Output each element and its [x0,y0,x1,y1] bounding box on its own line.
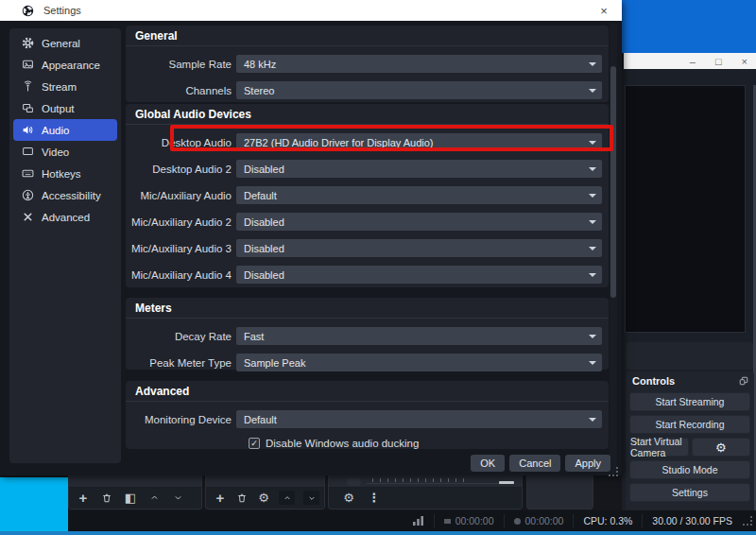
ok-button[interactable]: OK [471,455,505,472]
sidebar-item-output[interactable]: Output [13,97,117,119]
start-recording-button[interactable]: Start Recording [629,415,750,434]
volume-slider-track[interactable] [367,483,513,484]
maximize-icon[interactable]: □ [715,56,722,67]
checkbox-label: Disable Windows audio ducking [266,438,419,449]
sidebar-item-appearance[interactable]: Appearance [13,54,117,76]
stream-timer-icon [444,519,451,524]
settings-titlebar: Settings × [0,0,622,21]
sidebar-item-general[interactable]: General [13,32,117,54]
section-general: General Sample Rate 48 kHz Channels Ster… [126,26,609,102]
add-source-icon[interactable]: + [77,492,90,505]
cancel-button[interactable]: Cancel [509,455,560,472]
chevron-down-icon [589,194,596,198]
chevron-down-icon [589,167,596,171]
scene-transitions-dock [626,342,754,370]
sample-rate-select[interactable]: 48 kHz [236,55,602,73]
taskbar-strip [0,531,756,535]
close-icon[interactable]: × [742,56,747,67]
antenna-icon [22,80,34,93]
crossed-tools-icon [22,211,34,223]
remove-scene-trash-icon[interactable] [235,492,249,505]
controls-dock: Controls Start Streaming Start Recording… [626,371,754,510]
connection-signal-icon [404,514,434,527]
image-icon [22,59,34,71]
preview-canvas [625,85,746,333]
controls-dock-title: Controls [632,375,675,387]
scene-up-chevron-icon[interactable] [279,491,295,505]
scenes-dock: + ⚙ [205,475,325,509]
record-timer-icon [514,518,521,525]
settings-scrollbar [610,23,617,474]
virtual-camera-config-gear-icon[interactable]: ⚙ [692,438,751,457]
start-virtual-camera-button[interactable]: Start Virtual Camera [629,438,689,457]
chevron-down-icon [589,247,596,250]
settings-window-title: Settings [43,5,81,16]
chevron-down-icon [589,361,596,365]
monitor-icon [22,146,34,158]
scrollbar-thumb[interactable] [610,66,616,298]
minimize-icon[interactable]: – [690,56,696,67]
status-bar: 00:00:00 00:00:00 CPU: 0.3% 30.00 / 30.0… [68,510,756,531]
close-icon[interactable]: × [590,0,618,21]
check-icon: ✓ [250,439,258,448]
advanced-audio-properties-gear-icon[interactable]: ⚙ [342,492,355,505]
monitoring-device-select[interactable]: Default [236,410,602,428]
sidebar-item-accessibility[interactable]: Accessibility [13,184,117,206]
sidebar-item-video[interactable]: Video [13,141,117,163]
decay-rate-select[interactable]: Fast [236,327,602,345]
settings-button[interactable]: Settings [629,483,750,502]
disable-audio-ducking-checkbox[interactable]: ✓ [249,438,260,449]
stream-timer: 00:00:00 [434,514,504,527]
source-properties-icon[interactable]: ◧ [124,492,137,505]
settings-sidebar: General Appearance Stream Output [9,28,121,463]
scene-down-chevron-icon[interactable] [303,491,319,505]
mic-aux-audio-4-select[interactable]: Disabled [236,266,602,284]
mic-aux-audio-select[interactable]: Default [236,186,602,204]
studio-mode-button[interactable]: Studio Mode [629,460,750,479]
section-meters: Meters Decay Rate Fast Peak Meter Type S… [126,298,609,370]
mixer-meter [347,478,361,486]
desktop-audio-2-select[interactable]: Disabled [236,160,602,178]
remove-source-trash-icon[interactable] [100,492,113,505]
chevron-down-icon [589,141,596,145]
desktop-audio-select[interactable]: 27B2 (HD Audio Driver for Display Audio) [236,133,602,151]
channels-select[interactable]: Stereo [236,81,602,99]
add-scene-icon[interactable]: + [214,492,227,505]
desktop-wallpaper-cyan [0,477,68,535]
record-timer: 00:00:00 [504,514,574,527]
scene-gear-icon[interactable]: ⚙ [257,492,270,505]
section-advanced: Advanced Monitoring Device Default ✓ Dis… [126,381,609,449]
empty-dock [526,475,593,509]
start-streaming-button[interactable]: Start Streaming [629,392,750,411]
chevron-down-icon [589,62,596,66]
chevron-down-icon [589,273,596,277]
chevron-down-icon [589,335,596,338]
chevron-down-icon [589,418,596,422]
section-title: Global Audio Devices [126,104,609,125]
mixer-kebab-menu-icon[interactable]: ⋮ [368,492,381,505]
sidebar-item-advanced[interactable]: Advanced [13,206,117,228]
obs-logo-icon [22,5,34,17]
cpu-usage: CPU: 0.3% [573,514,642,527]
section-title: General [126,26,609,46]
obs-screen: – □ × Controls Start Streaming Start Rec… [0,0,756,535]
gear-icon [22,37,34,49]
popout-icon[interactable] [739,376,748,386]
chevron-down-icon [589,89,596,93]
move-up-chevron-icon[interactable] [147,492,161,505]
mic-aux-audio-2-select[interactable]: Disabled [236,213,602,231]
peak-meter-type-select[interactable]: Sample Peak [236,354,602,371]
apply-button[interactable]: Apply [565,455,610,472]
move-down-chevron-icon[interactable] [171,492,184,505]
volume-slider-handle[interactable] [499,481,514,484]
sidebar-item-hotkeys[interactable]: Hotkeys [13,163,117,184]
section-title: Meters [126,298,609,319]
sidebar-item-stream[interactable]: Stream [13,76,117,97]
settings-dialog: Settings × General Appearance St [0,0,622,475]
sidebar-item-audio[interactable]: Audio [13,119,117,141]
chevron-down-icon [589,220,596,224]
output-screens-icon [22,102,34,114]
window-resize-grip[interactable] [742,515,753,526]
mic-aux-audio-3-select[interactable]: Disabled [236,239,602,257]
dialog-resize-grip[interactable] [608,466,619,477]
